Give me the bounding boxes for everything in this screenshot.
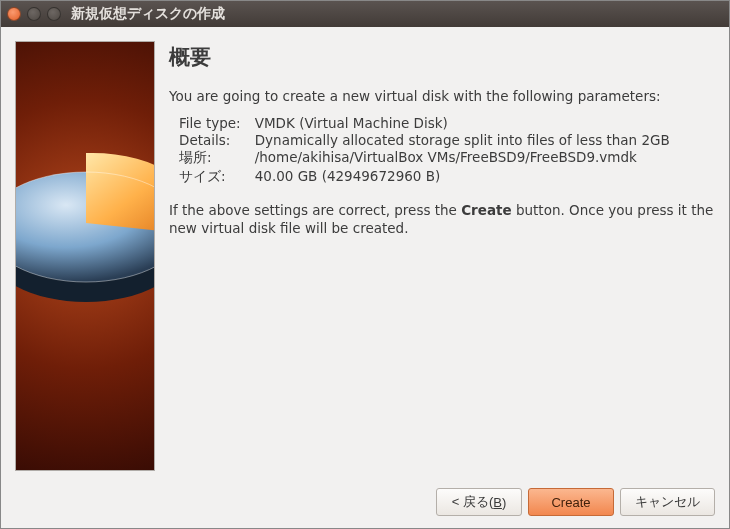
outro-pre: If the above settings are correct, press…	[169, 202, 461, 218]
main-column: 概要 You are going to create a new virtual…	[169, 41, 715, 478]
page-heading: 概要	[169, 43, 715, 71]
row-size: サイズ: 40.00 GB (42949672960 B)	[179, 168, 715, 187]
row-details: Details: Dynamically allocated storage s…	[179, 132, 715, 149]
label-details: Details:	[179, 132, 255, 149]
window-title: 新規仮想ディスクの作成	[71, 5, 225, 23]
label-file-type: File type:	[179, 115, 255, 132]
maximize-icon[interactable]	[47, 7, 61, 21]
wizard-sidebar-image	[15, 41, 155, 471]
back-button[interactable]: < 戻る(B)	[436, 488, 522, 516]
disk-pie-icon	[15, 127, 155, 347]
outro-bold: Create	[461, 202, 511, 218]
titlebar: 新規仮想ディスクの作成	[1, 1, 729, 27]
body-area: 概要 You are going to create a new virtual…	[1, 27, 729, 478]
row-file-type: File type: VMDK (Virtual Machine Disk)	[179, 115, 715, 132]
minimize-icon[interactable]	[27, 7, 41, 21]
summary-table: File type: VMDK (Virtual Machine Disk) D…	[179, 115, 715, 187]
value-location: /home/akihisa/VirtualBox VMs/FreeBSD9/Fr…	[255, 149, 715, 168]
create-button[interactable]: Create	[528, 488, 614, 516]
label-size: サイズ:	[179, 168, 255, 187]
row-location: 場所: /home/akihisa/VirtualBox VMs/FreeBSD…	[179, 149, 715, 168]
dialog-content: 概要 You are going to create a new virtual…	[1, 27, 729, 528]
close-icon[interactable]	[7, 7, 21, 21]
intro-text: You are going to create a new virtual di…	[169, 87, 715, 105]
outro-text: If the above settings are correct, press…	[169, 201, 715, 237]
value-size: 40.00 GB (42949672960 B)	[255, 168, 715, 187]
cancel-button[interactable]: キャンセル	[620, 488, 715, 516]
value-file-type: VMDK (Virtual Machine Disk)	[255, 115, 715, 132]
value-details: Dynamically allocated storage split into…	[255, 132, 715, 149]
button-bar: < 戻る(B) Create キャンセル	[1, 478, 729, 528]
label-location: 場所:	[179, 149, 255, 168]
